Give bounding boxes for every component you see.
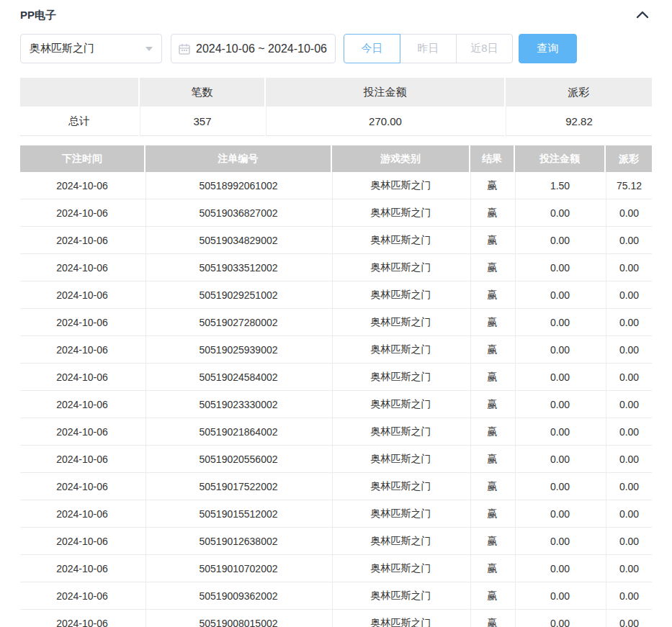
cell-result: 赢 bbox=[470, 172, 514, 199]
summary-total-payout: 92.82 bbox=[506, 107, 652, 136]
table-row: 2024-10-06 50519015512002 奥林匹斯之门 赢 0.00 … bbox=[20, 500, 652, 528]
cell-payout: 0.00 bbox=[606, 364, 652, 390]
cell-result: 赢 bbox=[470, 391, 514, 418]
table-row: 2024-10-06 50519020556002 奥林匹斯之门 赢 0.00 … bbox=[20, 446, 652, 473]
table-row: 2024-10-06 50519025939002 奥林匹斯之门 赢 0.00 … bbox=[20, 336, 652, 364]
cell-payout: 0.00 bbox=[606, 391, 652, 418]
cell-game-type: 奥林匹斯之门 bbox=[332, 555, 469, 582]
cell-bet-id: 50519010702002 bbox=[145, 555, 331, 582]
table-row: 2024-10-06 50519034829002 奥林匹斯之门 赢 0.00 … bbox=[20, 227, 652, 254]
cell-bet-amount: 0.00 bbox=[515, 582, 604, 609]
cell-bet-amount: 0.00 bbox=[515, 281, 604, 308]
cell-bet-time: 2024-10-06 bbox=[20, 500, 144, 527]
col-header-bet-time: 下注时间 bbox=[20, 145, 144, 172]
panel-header: PP电子 bbox=[20, 6, 652, 24]
cell-bet-amount: 0.00 bbox=[515, 254, 604, 281]
cell-bet-amount: 0.00 bbox=[515, 446, 604, 472]
cell-game-type: 奥林匹斯之门 bbox=[332, 473, 469, 500]
cell-bet-amount: 0.00 bbox=[515, 473, 604, 500]
table-row: 2024-10-06 50519024584002 奥林匹斯之门 赢 0.00 … bbox=[20, 364, 652, 391]
game-select-value: 奥林匹斯之门 bbox=[30, 42, 94, 55]
cell-bet-id: 50519017522002 bbox=[145, 473, 331, 500]
cell-bet-id: 50519033512002 bbox=[145, 254, 331, 281]
today-button[interactable]: 今日 bbox=[344, 34, 400, 63]
collapse-panel-button[interactable] bbox=[633, 6, 652, 24]
cell-bet-time: 2024-10-06 bbox=[20, 418, 144, 445]
cell-bet-time: 2024-10-06 bbox=[20, 555, 144, 582]
summary-total-label: 总计 bbox=[20, 107, 138, 136]
table-row: 2024-10-06 50519033512002 奥林匹斯之门 赢 0.00 … bbox=[20, 254, 652, 281]
cell-bet-id: 50519020556002 bbox=[145, 446, 331, 472]
table-row: 2024-10-06 50519021864002 奥林匹斯之门 赢 0.00 … bbox=[20, 418, 652, 446]
cell-game-type: 奥林匹斯之门 bbox=[332, 528, 469, 554]
filter-bar: 奥林匹斯之门 2024-10-06 ~ 2024-10-06 今日 昨日 近8日… bbox=[20, 34, 652, 63]
col-header-payout: 派彩 bbox=[606, 145, 652, 172]
cell-bet-id: 50519008015002 bbox=[145, 610, 331, 627]
cell-game-type: 奥林匹斯之门 bbox=[332, 199, 469, 226]
cell-bet-id: 50519025939002 bbox=[145, 336, 331, 363]
cell-result: 赢 bbox=[470, 555, 514, 582]
summary-table: 笔数 投注金额 派彩 总计 357 270.00 92.82 bbox=[20, 78, 652, 136]
cell-payout: 0.00 bbox=[606, 500, 652, 527]
summary-header-bet-amount: 投注金额 bbox=[266, 78, 504, 107]
cell-bet-time: 2024-10-06 bbox=[20, 473, 144, 500]
summary-total-row: 总计 357 270.00 92.82 bbox=[20, 107, 652, 136]
cell-payout: 0.00 bbox=[606, 281, 652, 308]
cell-bet-time: 2024-10-06 bbox=[20, 364, 144, 390]
date-range-value: 2024-10-06 ~ 2024-10-06 bbox=[196, 42, 327, 55]
cell-game-type: 奥林匹斯之门 bbox=[332, 172, 469, 199]
table-row: 2024-10-06 50519008015002 奥林匹斯之门 赢 0.00 … bbox=[20, 610, 652, 627]
chevron-up-icon bbox=[636, 10, 649, 21]
chevron-down-icon bbox=[145, 47, 153, 51]
cell-game-type: 奥林匹斯之门 bbox=[332, 254, 469, 281]
summary-header-blank bbox=[20, 78, 138, 107]
cell-bet-time: 2024-10-06 bbox=[20, 172, 144, 199]
yesterday-button[interactable]: 昨日 bbox=[400, 34, 457, 63]
cell-game-type: 奥林匹斯之门 bbox=[332, 418, 469, 445]
cell-result: 赢 bbox=[470, 610, 514, 627]
col-header-result: 结果 bbox=[470, 145, 514, 172]
cell-bet-time: 2024-10-06 bbox=[20, 610, 144, 627]
last-8-days-button[interactable]: 近8日 bbox=[456, 34, 513, 63]
cell-result: 赢 bbox=[470, 500, 514, 527]
cell-payout: 0.00 bbox=[606, 336, 652, 363]
table-row: 2024-10-06 50519012638002 奥林匹斯之门 赢 0.00 … bbox=[20, 528, 652, 555]
cell-result: 赢 bbox=[470, 336, 514, 363]
cell-payout: 0.00 bbox=[606, 446, 652, 472]
calendar-icon bbox=[179, 43, 190, 55]
cell-game-type: 奥林匹斯之门 bbox=[332, 336, 469, 363]
cell-bet-id: 50519009362002 bbox=[145, 582, 331, 609]
cell-bet-amount: 0.00 bbox=[515, 227, 604, 253]
cell-payout: 0.00 bbox=[606, 418, 652, 445]
cell-result: 赢 bbox=[470, 199, 514, 226]
cell-payout: 0.00 bbox=[606, 610, 652, 627]
cell-bet-amount: 0.00 bbox=[515, 364, 604, 390]
cell-payout: 0.00 bbox=[606, 555, 652, 582]
cell-bet-amount: 0.00 bbox=[515, 555, 604, 582]
cell-bet-amount: 0.00 bbox=[515, 500, 604, 527]
bet-records-table: 下注时间 注单编号 游戏类别 结果 投注金额 派彩 2024-10-06 505… bbox=[20, 145, 652, 627]
cell-result: 赢 bbox=[470, 446, 514, 472]
query-button[interactable]: 查询 bbox=[519, 34, 577, 63]
cell-game-type: 奥林匹斯之门 bbox=[332, 227, 469, 253]
cell-bet-id: 50519012638002 bbox=[145, 528, 331, 554]
cell-game-type: 奥林匹斯之门 bbox=[332, 610, 469, 627]
bet-records-panel: PP电子 奥林匹斯之门 2024-10-06 ~ 2024-10-06 今日 昨… bbox=[0, 0, 672, 627]
cell-bet-time: 2024-10-06 bbox=[20, 254, 144, 281]
game-select[interactable]: 奥林匹斯之门 bbox=[20, 34, 162, 63]
cell-result: 赢 bbox=[470, 281, 514, 308]
cell-game-type: 奥林匹斯之门 bbox=[332, 500, 469, 527]
cell-bet-time: 2024-10-06 bbox=[20, 446, 144, 472]
table-row: 2024-10-06 50519017522002 奥林匹斯之门 赢 0.00 … bbox=[20, 473, 652, 500]
cell-game-type: 奥林匹斯之门 bbox=[332, 391, 469, 418]
cell-bet-amount: 0.00 bbox=[515, 418, 604, 445]
cell-bet-time: 2024-10-06 bbox=[20, 528, 144, 554]
col-header-bet-id: 注单编号 bbox=[145, 145, 331, 172]
cell-payout: 0.00 bbox=[606, 227, 652, 253]
cell-bet-id: 50519029251002 bbox=[145, 281, 331, 308]
cell-result: 赢 bbox=[470, 418, 514, 445]
date-range-input[interactable]: 2024-10-06 ~ 2024-10-06 bbox=[171, 34, 336, 63]
cell-bet-amount: 0.00 bbox=[515, 336, 604, 363]
summary-header-row: 笔数 投注金额 派彩 bbox=[20, 78, 652, 107]
cell-bet-time: 2024-10-06 bbox=[20, 336, 144, 363]
